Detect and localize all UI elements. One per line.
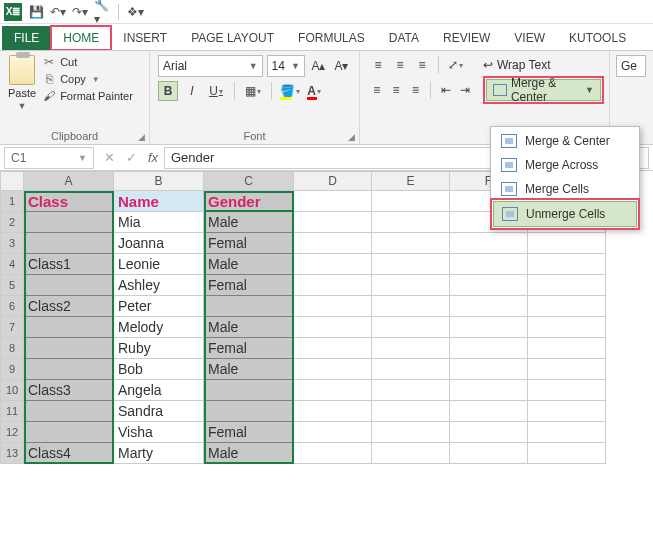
row-header[interactable]: 3 bbox=[0, 233, 24, 254]
row-header[interactable]: 9 bbox=[0, 359, 24, 380]
clipboard-expander-icon[interactable]: ◢ bbox=[138, 132, 145, 142]
orientation-icon[interactable]: ⤢▾ bbox=[445, 55, 465, 75]
col-header-D[interactable]: D bbox=[294, 171, 372, 191]
tab-insert[interactable]: INSERT bbox=[111, 26, 179, 50]
cell[interactable] bbox=[24, 233, 114, 254]
cell[interactable] bbox=[372, 296, 450, 317]
font-color-button[interactable]: A▾ bbox=[304, 81, 324, 101]
font-size-combo[interactable]: 14▼ bbox=[267, 55, 305, 77]
cell[interactable]: Male bbox=[204, 359, 294, 380]
cell[interactable]: Class1 bbox=[24, 254, 114, 275]
menu-merge-cells[interactable]: Merge Cells bbox=[493, 177, 637, 201]
cell[interactable]: Sandra bbox=[114, 401, 204, 422]
decrease-indent-icon[interactable]: ⇤ bbox=[437, 80, 454, 100]
cell[interactable] bbox=[294, 254, 372, 275]
cell[interactable] bbox=[372, 233, 450, 254]
cell[interactable] bbox=[450, 296, 528, 317]
cell[interactable]: Class3 bbox=[24, 380, 114, 401]
cell[interactable] bbox=[528, 275, 606, 296]
cell[interactable]: Class2 bbox=[24, 296, 114, 317]
row-header[interactable]: 12 bbox=[0, 422, 24, 443]
tab-file[interactable]: FILE bbox=[2, 26, 51, 50]
cell[interactable] bbox=[528, 296, 606, 317]
row-header[interactable]: 7 bbox=[0, 317, 24, 338]
cell[interactable] bbox=[24, 317, 114, 338]
cell[interactable] bbox=[528, 233, 606, 254]
cell[interactable]: Femal bbox=[204, 338, 294, 359]
cell[interactable] bbox=[294, 401, 372, 422]
cell[interactable] bbox=[294, 212, 372, 233]
qat-overflow-icon[interactable]: 🔧▾ bbox=[94, 4, 110, 20]
font-name-combo[interactable]: Arial▼ bbox=[158, 55, 263, 77]
italic-button[interactable]: I bbox=[182, 81, 202, 101]
align-left-icon[interactable]: ≡ bbox=[368, 80, 385, 100]
cell[interactable]: Male bbox=[204, 317, 294, 338]
fill-color-button[interactable]: 🪣▾ bbox=[280, 81, 300, 101]
cell[interactable] bbox=[24, 338, 114, 359]
cell[interactable]: Male bbox=[204, 443, 294, 464]
cell[interactable] bbox=[294, 275, 372, 296]
cell[interactable] bbox=[372, 359, 450, 380]
cell[interactable]: Marty bbox=[114, 443, 204, 464]
merge-center-button[interactable]: Merge & Center ▼ bbox=[486, 79, 601, 101]
cut-button[interactable]: ✂Cut bbox=[42, 55, 133, 69]
border-button[interactable]: ▦▾ bbox=[243, 81, 263, 101]
cell[interactable] bbox=[450, 401, 528, 422]
wrap-text-button[interactable]: ↩Wrap Text bbox=[479, 56, 555, 74]
col-header-E[interactable]: E bbox=[372, 171, 450, 191]
font-expander-icon[interactable]: ◢ bbox=[348, 132, 355, 142]
cell[interactable]: Male bbox=[204, 254, 294, 275]
cell[interactable] bbox=[372, 317, 450, 338]
cell[interactable]: Angela bbox=[114, 380, 204, 401]
cell[interactable] bbox=[450, 317, 528, 338]
align-right-icon[interactable]: ≡ bbox=[407, 80, 424, 100]
cell[interactable]: Name bbox=[114, 191, 204, 212]
cell[interactable] bbox=[528, 422, 606, 443]
cell[interactable] bbox=[450, 254, 528, 275]
tab-kutools[interactable]: KUTOOLS bbox=[557, 26, 638, 50]
tab-view[interactable]: VIEW bbox=[502, 26, 557, 50]
cell[interactable]: Melody bbox=[114, 317, 204, 338]
col-header-C[interactable]: C bbox=[204, 171, 294, 191]
row-header[interactable]: 13 bbox=[0, 443, 24, 464]
save-icon[interactable]: 💾 bbox=[28, 4, 44, 20]
cell[interactable] bbox=[528, 338, 606, 359]
tab-review[interactable]: REVIEW bbox=[431, 26, 502, 50]
cell[interactable] bbox=[372, 401, 450, 422]
cell[interactable] bbox=[528, 401, 606, 422]
row-header[interactable]: 5 bbox=[0, 275, 24, 296]
cell[interactable] bbox=[528, 443, 606, 464]
cell[interactable] bbox=[372, 275, 450, 296]
cell[interactable] bbox=[450, 275, 528, 296]
cell[interactable] bbox=[450, 380, 528, 401]
cell[interactable] bbox=[24, 359, 114, 380]
cell[interactable] bbox=[294, 296, 372, 317]
row-header[interactable]: 6 bbox=[0, 296, 24, 317]
undo-icon[interactable]: ↶▾ bbox=[50, 4, 66, 20]
tab-page-layout[interactable]: PAGE LAYOUT bbox=[179, 26, 286, 50]
increase-font-icon[interactable]: A▴ bbox=[309, 56, 328, 76]
cell[interactable] bbox=[204, 401, 294, 422]
increase-indent-icon[interactable]: ⇥ bbox=[456, 80, 473, 100]
menu-unmerge-cells[interactable]: Unmerge Cells bbox=[493, 201, 637, 227]
row-header[interactable]: 10 bbox=[0, 380, 24, 401]
cell[interactable] bbox=[24, 401, 114, 422]
cell[interactable]: Femal bbox=[204, 233, 294, 254]
cell[interactable]: Male bbox=[204, 212, 294, 233]
bold-button[interactable]: B bbox=[158, 81, 178, 101]
cell[interactable] bbox=[450, 443, 528, 464]
row-header[interactable]: 4 bbox=[0, 254, 24, 275]
cell[interactable] bbox=[294, 338, 372, 359]
align-bottom-icon[interactable]: ≡ bbox=[412, 55, 432, 75]
copy-button[interactable]: ⎘Copy▼ bbox=[42, 72, 133, 86]
menu-merge-across[interactable]: Merge Across bbox=[493, 153, 637, 177]
cell[interactable] bbox=[294, 380, 372, 401]
row-header[interactable]: 11 bbox=[0, 401, 24, 422]
cell[interactable]: Mia bbox=[114, 212, 204, 233]
cell[interactable]: Class4 bbox=[24, 443, 114, 464]
cell[interactable] bbox=[528, 317, 606, 338]
cell[interactable]: Ruby bbox=[114, 338, 204, 359]
cell[interactable] bbox=[528, 380, 606, 401]
cell[interactable] bbox=[204, 296, 294, 317]
cell[interactable]: Femal bbox=[204, 275, 294, 296]
